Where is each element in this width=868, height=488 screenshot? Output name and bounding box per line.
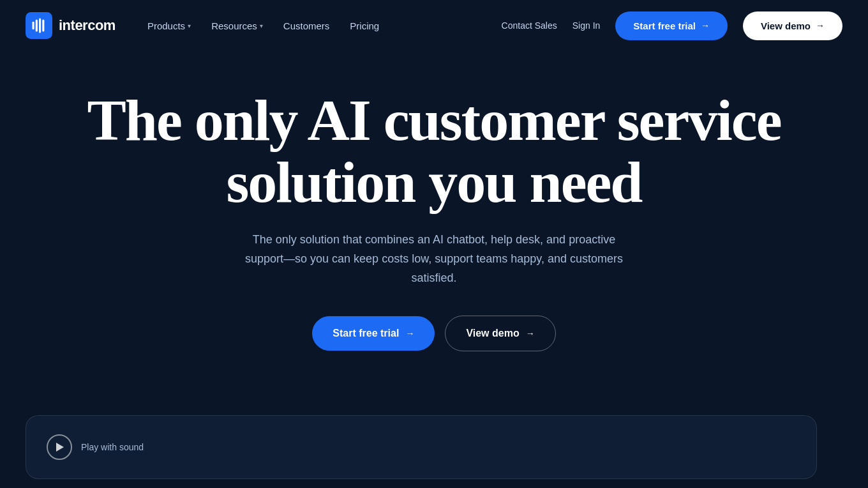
- play-label: Play with sound: [81, 442, 144, 452]
- chevron-down-icon: ▾: [260, 22, 263, 29]
- svg-rect-1: [33, 22, 34, 30]
- contact-sales-link[interactable]: Contact Sales: [502, 20, 557, 31]
- svg-rect-4: [42, 20, 44, 32]
- hero-section: The only AI customer service solution yo…: [0, 51, 868, 415]
- logo-text: intercom: [59, 17, 116, 34]
- hero-buttons: Start free trial → View demo →: [312, 316, 555, 351]
- svg-rect-3: [39, 18, 41, 33]
- intercom-logo-icon: [26, 12, 52, 39]
- arrow-right-icon: →: [526, 328, 535, 339]
- header-view-demo-button[interactable]: View demo →: [743, 11, 842, 40]
- nav-item-customers[interactable]: Customers: [274, 15, 339, 36]
- play-with-sound-button[interactable]: [47, 434, 72, 460]
- nav-item-pricing[interactable]: Pricing: [341, 15, 388, 36]
- chevron-down-icon: ▾: [188, 22, 191, 29]
- arrow-right-icon: →: [701, 20, 710, 31]
- hero-view-demo-button[interactable]: View demo →: [445, 316, 555, 351]
- video-card: Play with sound: [26, 415, 817, 479]
- main-nav: Products ▾ Resources ▾ Customers Pricing: [138, 15, 388, 36]
- hero-subtitle: The only solution that combines an AI ch…: [243, 231, 625, 287]
- main-content: The only AI customer service solution yo…: [0, 51, 868, 479]
- hero-start-trial-button[interactable]: Start free trial →: [312, 316, 435, 351]
- play-icon: [56, 443, 64, 452]
- header-left: intercom Products ▾ Resources ▾ Customer…: [26, 12, 388, 39]
- logo[interactable]: intercom: [26, 12, 116, 39]
- hero-title: The only AI customer service solution yo…: [51, 89, 817, 213]
- svg-rect-2: [36, 20, 38, 32]
- site-header: intercom Products ▾ Resources ▾ Customer…: [0, 0, 868, 51]
- sign-in-link[interactable]: Sign In: [572, 20, 601, 31]
- arrow-right-icon: →: [405, 328, 414, 339]
- header-start-trial-button[interactable]: Start free trial →: [615, 11, 728, 40]
- header-links: Contact Sales Sign In: [502, 20, 601, 31]
- nav-item-resources[interactable]: Resources ▾: [202, 15, 272, 36]
- arrow-right-icon: →: [816, 20, 825, 31]
- header-right: Contact Sales Sign In Start free trial →…: [502, 11, 842, 40]
- nav-item-products[interactable]: Products ▾: [138, 15, 200, 36]
